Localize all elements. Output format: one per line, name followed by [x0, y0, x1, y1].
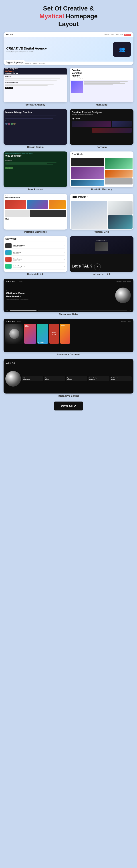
pm-header: Our Work: [70, 152, 133, 157]
ds-line-2: [5, 117, 47, 118]
da-logo: ARLEO: [6, 34, 13, 36]
view-all-button[interactable]: View All ↗: [54, 402, 83, 410]
vertical-grid-section: Our Work ⬝ Vertical Grid: [70, 194, 133, 233]
hl-list-item-1[interactable]: Brand Identity Design Photography, Desig…: [5, 243, 65, 249]
ss-slide-num: 01: [6, 310, 8, 311]
ps-img-multi: [27, 200, 48, 209]
pm-title: Our Work: [72, 153, 132, 155]
ss-main-title: Obliterate BrandBenchmarks.: [6, 291, 113, 298]
ss-sphere: [115, 287, 131, 303]
pm-img-5: [105, 170, 133, 178]
sa-line-1: [5, 78, 60, 79]
mk-line-2: [84, 82, 120, 83]
sp-header: TO FUEL CONNECT & COLLABORATE WITH TEAMS…: [4, 152, 67, 159]
sp-line-3: [5, 164, 53, 165]
showcase-slider-label: Showcase Slider: [4, 313, 133, 316]
ds-team-label: Our Team: [5, 120, 65, 122]
horizontal-link-section: Our Work Brand Identity Design Photograp…: [4, 236, 67, 276]
hl-list-item-2[interactable]: Web UI Design Digital, UI/UX ↗: [5, 250, 65, 256]
vg-side-images: [108, 201, 133, 229]
hl-row-content-4: Product Photography Photo, Retouching: [13, 265, 63, 268]
sa-line-4: [5, 84, 54, 85]
hl-row-sub-4: Photo, Retouching: [13, 267, 63, 268]
sp-line-1: [5, 162, 56, 163]
ds-line-3: [5, 118, 53, 119]
pm-body: [70, 157, 133, 187]
ps-count: 05+: [5, 218, 66, 220]
showcase-carousel-label: Showcase Carousel: [4, 353, 133, 356]
portfolio-showcase-card: Our Latest Portfolio Studio 05+: [4, 194, 67, 229]
pf-title: Creative Product Designer.: [72, 111, 132, 114]
pf-subtitle: To Provide Solutions to Creative Design: [72, 114, 132, 115]
hl-list-item-3[interactable]: Motion Graphics Animation, Video ↗: [5, 256, 65, 262]
ib-banner-item-4[interactable]: Modern DesignWorkshop: [88, 376, 110, 381]
row-6: Our Work Brand Identity Design Photograp…: [4, 236, 133, 276]
showcase-carousel-card: ARLEO Studio Services Work BrandIdentity: [4, 319, 133, 352]
ss-progress-rest: [38, 310, 127, 311]
ps-header: Our Latest Portfolio Studio: [4, 194, 67, 200]
horizontal-link-card: Our Work Brand Identity Design Photograp…: [4, 236, 67, 272]
design-studio-card: Mosaic Mirage Studios. Our Team: [4, 109, 67, 145]
da-contact-btn[interactable]: Contact: [124, 34, 131, 36]
ib-body: DigitalMasterpieces DigitalDesigns Digit…: [4, 366, 133, 394]
pm-img-2: [71, 167, 104, 179]
ib-banner-item-2[interactable]: DigitalDesigns: [44, 376, 65, 381]
page-title: Set Of Creative & Mystical Homepage Layo…: [37, 4, 100, 28]
pm-img-6: [105, 178, 133, 185]
ib-sphere-wrap: [5, 371, 21, 386]
da-nav-about: About: [111, 34, 114, 36]
saas-label: Saas Product: [4, 188, 67, 191]
pf-work-text: My Work: [72, 118, 132, 120]
design-studio-section: Mosaic Mirage Studios. Our Team Design S…: [4, 109, 67, 148]
marketing-section: CreativeMarketingAgency Your brand ident…: [70, 68, 133, 106]
mk-body: [70, 80, 133, 102]
pf-img-4: [92, 128, 132, 133]
mk-header: CreativeMarketingAgency Your brand ident…: [70, 68, 133, 80]
ib-banner-title-4: Modern DesignWorkshop: [89, 377, 109, 380]
pm-img-4: [105, 158, 133, 169]
sc-item-extra: Motion: [60, 324, 70, 344]
sa-body: ABOUT US TO PROPOSE RIGHT? Get Started: [4, 74, 67, 102]
ps-img-gray: [5, 210, 29, 217]
il-body: Let's TALK ↗: [70, 254, 133, 272]
ss-body: 01 Obliterate BrandBenchmarks. Redefinin…: [4, 283, 133, 309]
vg-main-img-content: [71, 201, 107, 229]
hl-row-sub-3: Animation, Video: [13, 260, 63, 261]
il-arrow-icon: ↗: [96, 266, 98, 268]
da-nav-links: Services About Work Blog Contact: [104, 34, 131, 36]
marketing-card: CreativeMarketingAgency Your brand ident…: [70, 68, 133, 102]
portfolio-label: Portfolio: [70, 146, 133, 148]
sp-line-2: [5, 163, 47, 164]
ds-avatar-2: [8, 123, 10, 125]
hl-arrow-3: ↗: [64, 258, 65, 260]
da-nav-services: Services: [104, 34, 109, 36]
sp-cta-btn[interactable]: Get Started: [5, 167, 13, 169]
vg-side-img-2: [108, 215, 133, 229]
ib-banner-item-1[interactable]: DigitalMasterpieces: [22, 376, 43, 381]
hl-list-item-4[interactable]: Product Photography Photo, Retouching ↗: [5, 264, 65, 270]
sa-header: We ComposeSoftwareMasterpieces.: [4, 68, 67, 74]
sc-logo: ARLEO: [6, 320, 15, 323]
ps-img-dark2: [30, 210, 66, 217]
da-partner-logo-4: FastSpring: [26, 62, 31, 64]
mk-image: [71, 81, 83, 93]
ib-banner-item-5[interactable]: Sculpting theFuture: [110, 376, 132, 381]
sa-cta-btn[interactable]: Get Started: [5, 87, 13, 89]
il-circle-btn[interactable]: ↗: [94, 264, 101, 270]
vertical-grid-label: Vertical Grid: [70, 230, 133, 233]
sc-item-3d: 3D Design: [37, 324, 48, 344]
ps-img-orange: [49, 200, 66, 209]
hl-arrow-1: ↗: [64, 245, 65, 247]
interactive-banner-card: ARLEO DigitalMasterpieces DigitalDesigns…: [4, 359, 133, 394]
row-5: Our Latest Portfolio Studio 05+: [4, 194, 133, 233]
da-navbar: ARLEO Services About Work Blog Contact: [4, 32, 133, 37]
hl-row-sub-1: Photography, Design: [13, 246, 63, 247]
ib-banner-item-3[interactable]: DigitalPortfolio: [66, 376, 87, 381]
sa-about-lines: [5, 78, 66, 81]
da-nav-work: Work: [116, 34, 119, 36]
hl-arrow-4: ↗: [64, 266, 65, 267]
ib-header: ARLEO: [4, 359, 133, 366]
mk-line-1: [84, 81, 128, 82]
ds-avatar-1: [5, 123, 8, 125]
vg-title: Our Work ⬝: [72, 195, 132, 199]
